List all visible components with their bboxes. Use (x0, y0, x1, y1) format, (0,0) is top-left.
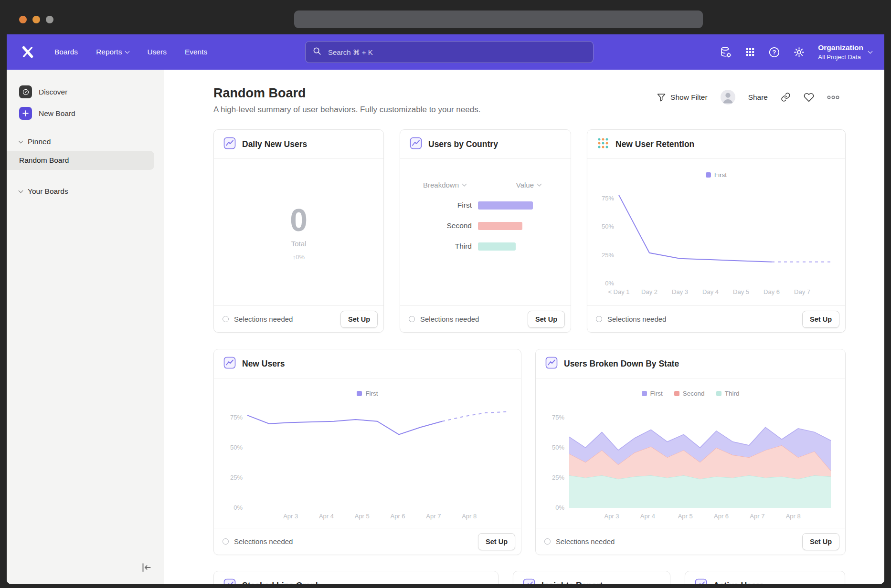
legend-swatch (706, 172, 711, 178)
copy-link-icon[interactable] (781, 92, 791, 102)
svg-text:Apr 4: Apr 4 (318, 513, 333, 520)
search-input[interactable] (327, 48, 586, 57)
svg-text:50%: 50% (552, 444, 564, 451)
discover-compass-icon (19, 85, 32, 98)
apps-grid-icon[interactable] (745, 47, 755, 57)
org-switcher[interactable]: Organization All Project Data (818, 43, 872, 61)
country-row: Second (400, 221, 571, 230)
stacked-area-chart[interactable]: 75%50%25%0%Apr 3Apr 4Apr 5Apr 6Apr 7Apr … (543, 401, 838, 521)
nav-item-events[interactable]: Events (185, 48, 207, 56)
set-up-button[interactable]: Set Up (528, 311, 565, 328)
avatar[interactable] (721, 90, 735, 105)
svg-text:Apr 7: Apr 7 (750, 513, 764, 520)
line-chart-icon (223, 578, 236, 584)
svg-text:Day 5: Day 5 (733, 288, 749, 295)
sidebar-section-your-boards[interactable]: Your Boards (7, 182, 164, 200)
retention-line-chart[interactable]: 75%50%25%0%< Day 1Day 2Day 3Day 4Day 5Da… (593, 182, 839, 297)
card-active-users: Active Users (685, 571, 845, 584)
svg-text:Apr 8: Apr 8 (786, 513, 801, 520)
svg-text:25%: 25% (552, 474, 564, 481)
org-project: All Project Data (818, 53, 863, 61)
card-title: Users Broken Down By State (564, 359, 679, 369)
status-circle-icon (409, 316, 415, 322)
more-options-icon[interactable] (827, 94, 839, 101)
svg-text:Apr 3: Apr 3 (283, 513, 298, 520)
status-circle-icon (223, 316, 229, 322)
org-name: Organization (818, 43, 863, 52)
sidebar-item-random-board[interactable]: Random Board (7, 151, 154, 170)
svg-text:< Day 1: < Day 1 (608, 288, 629, 295)
show-filter-button[interactable]: Show Filter (657, 93, 708, 102)
settings-gear-icon[interactable] (793, 46, 805, 58)
mixpanel-logo-icon[interactable] (21, 45, 34, 59)
browser-url-bar[interactable] (294, 10, 703, 28)
value-dropdown[interactable]: Value (516, 181, 541, 189)
sidebar-item-new-board[interactable]: New Board (7, 103, 164, 124)
set-up-button[interactable]: Set Up (340, 311, 378, 328)
card-users-by-state: Users Broken Down By State First Second … (535, 349, 846, 555)
window-zoom-button[interactable] (46, 16, 53, 23)
metric-delta: ↑0% (293, 253, 305, 261)
line-chart-icon (223, 357, 236, 371)
chart-legend: First Second Third (536, 390, 845, 397)
card-title: Active Users (713, 581, 764, 585)
set-up-button[interactable]: Set Up (802, 311, 839, 328)
svg-text:Apr 6: Apr 6 (390, 513, 405, 520)
chevron-down-icon (537, 182, 542, 187)
svg-text:75%: 75% (230, 414, 242, 421)
sidebar-collapse-button[interactable] (140, 561, 152, 576)
nav-item-reports[interactable]: Reports (96, 48, 129, 56)
line-chart-icon (545, 357, 558, 371)
nav-item-users[interactable]: Users (147, 48, 166, 56)
card-title: Insights Report (541, 581, 603, 585)
data-management-icon[interactable] (720, 46, 732, 58)
sidebar-item-discover[interactable]: Discover (7, 81, 164, 103)
retention-dots-icon (597, 137, 609, 151)
set-up-button[interactable]: Set Up (802, 533, 839, 550)
card-new-user-retention: New User Retention First 75%50%25%0%< Da… (587, 129, 846, 333)
line-chart-icon (523, 578, 535, 584)
nav-item-boards[interactable]: Boards (54, 48, 78, 56)
status-text: Selections needed (607, 315, 666, 323)
status-circle-icon (544, 538, 551, 545)
legend-swatch (716, 391, 721, 396)
svg-text:25%: 25% (602, 252, 614, 259)
sidebar: Discover New Board Pinned Random Board Y… (7, 70, 164, 584)
legend-swatch (357, 391, 362, 396)
svg-text:Day 2: Day 2 (641, 288, 658, 295)
svg-text:50%: 50% (230, 444, 242, 451)
card-title: New Users (242, 359, 285, 369)
window-close-button[interactable] (19, 16, 27, 23)
set-up-button[interactable]: Set Up (478, 533, 515, 550)
window-minimize-button[interactable] (32, 16, 40, 23)
top-navbar: Boards Reports Users Events (7, 34, 884, 70)
line-chart-icon (410, 137, 422, 151)
svg-text:Apr 3: Apr 3 (605, 513, 619, 520)
chevron-down-icon (19, 138, 23, 143)
search-icon (312, 46, 322, 58)
favorite-heart-icon[interactable] (804, 92, 814, 103)
status-text: Selections needed (420, 315, 479, 323)
help-icon[interactable]: ? (768, 46, 780, 58)
country-row: Third (400, 242, 571, 251)
svg-text:Day 7: Day 7 (794, 288, 810, 295)
global-search[interactable] (305, 41, 594, 63)
window-controls (19, 16, 53, 23)
svg-text:Apr 8: Apr 8 (462, 513, 477, 520)
legend-swatch (674, 391, 679, 396)
sidebar-section-pinned[interactable]: Pinned (7, 133, 164, 151)
svg-text:50%: 50% (602, 223, 614, 230)
share-button[interactable]: Share (748, 93, 768, 102)
svg-text:0%: 0% (555, 504, 564, 511)
board-header: Random Board A high-level summary of use… (164, 70, 884, 115)
plus-icon (19, 107, 32, 120)
svg-text:Apr 6: Apr 6 (714, 513, 729, 520)
status-circle-icon (596, 316, 602, 322)
svg-text:75%: 75% (602, 195, 614, 202)
new-users-line-chart[interactable]: 75%50%25%0%Apr 3Apr 4Apr 5Apr 6Apr 7Apr … (222, 401, 514, 521)
breakdown-dropdown[interactable]: Breakdown (423, 181, 466, 189)
line-chart-icon (695, 578, 707, 584)
status-text: Selections needed (234, 315, 293, 323)
svg-text:Apr 7: Apr 7 (426, 513, 441, 520)
svg-text:0%: 0% (233, 504, 243, 511)
